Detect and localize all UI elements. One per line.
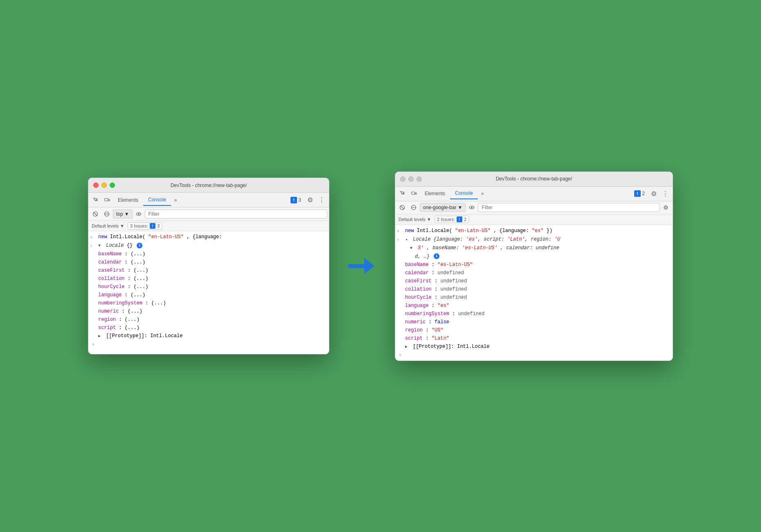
console-prompt-left[interactable]: › bbox=[88, 340, 329, 348]
tab-more-left[interactable]: » bbox=[171, 197, 180, 203]
prop-script-left: script : (...) bbox=[88, 324, 329, 332]
right-console-content: › new Intl.Locale( "en-Latn-US" , {langu… bbox=[395, 225, 673, 361]
clear-console-button-left[interactable] bbox=[90, 209, 101, 219]
svg-point-6 bbox=[138, 213, 140, 215]
prop-numberingsystem-left: numberingSystem : (...) bbox=[88, 299, 329, 307]
right-titlebar: DevTools - chrome://new-tab-page/ bbox=[395, 172, 673, 187]
left-window-title: DevTools - chrome://new-tab-page/ bbox=[171, 183, 247, 188]
eye-icon-left[interactable] bbox=[133, 209, 144, 219]
context-dropdown-right[interactable]: one-google-bar ▼ bbox=[420, 203, 466, 212]
filter-input-right[interactable] bbox=[478, 203, 660, 212]
prop-script-right: script : "Latn" bbox=[395, 334, 673, 343]
device-icon[interactable] bbox=[101, 194, 113, 206]
svg-point-14 bbox=[471, 207, 473, 208]
inspect-icon-right[interactable] bbox=[397, 188, 408, 199]
prohibit-button-left[interactable] bbox=[101, 209, 112, 219]
scene: DevTools - chrome://new-tab-page/ Elemen… bbox=[88, 171, 673, 361]
clear-console-button-right[interactable] bbox=[397, 202, 408, 213]
output-arrow-left: ‹ bbox=[90, 242, 98, 250]
issues-counter-left[interactable]: 3 Issues: 3 bbox=[128, 222, 162, 230]
issues-counter-right[interactable]: 2 Issues: 2 bbox=[435, 216, 469, 223]
input-arrow-left: › bbox=[90, 233, 98, 241]
inspect-icon[interactable] bbox=[90, 194, 101, 206]
svg-point-10 bbox=[637, 194, 638, 195]
prop-hourcycle-left: hourCycle : (...) bbox=[88, 283, 329, 291]
right-window-title: DevTools - chrome://new-tab-page/ bbox=[496, 176, 572, 182]
left-console-content: › new Intl.Locale( "en-Latn-US" , {langu… bbox=[88, 231, 329, 354]
tab-console-right[interactable]: Console bbox=[450, 188, 478, 199]
context-label-left: top bbox=[116, 211, 123, 217]
filter-settings-icon-right[interactable]: ⚙ bbox=[660, 202, 671, 213]
svg-rect-0 bbox=[105, 198, 108, 201]
prop-region-right: region : "US" bbox=[395, 326, 673, 334]
right-devtools-window: DevTools - chrome://new-tab-page/ Elemen… bbox=[395, 171, 673, 361]
locale-object-line-right-3: d, …} i bbox=[395, 252, 673, 261]
left-titlebar: DevTools - chrome://new-tab-page/ bbox=[88, 178, 329, 193]
console-input-line-right: › new Intl.Locale( "en-Latn-US" , {langu… bbox=[395, 227, 673, 235]
prop-casefirst-right: caseFirst : undefined bbox=[395, 277, 673, 285]
traffic-lights-left bbox=[93, 183, 115, 188]
badge-count-right: 2 bbox=[642, 191, 645, 196]
eye-icon-right[interactable] bbox=[466, 202, 477, 213]
prop-numeric-left: numeric : (...) bbox=[88, 307, 329, 316]
badge-count-left: 3 bbox=[298, 197, 301, 203]
dropdown-arrow-left: ▼ bbox=[124, 211, 129, 217]
filter-input-left[interactable] bbox=[145, 210, 327, 219]
locale-object-line-left: ‹ ▼ Locale {} i bbox=[88, 241, 329, 250]
prop-calendar-right: calendar : undefined bbox=[395, 269, 673, 277]
left-devtools-window: DevTools - chrome://new-tab-page/ Elemen… bbox=[88, 178, 329, 354]
svg-rect-1 bbox=[108, 199, 110, 201]
console-input-line-left: › new Intl.Locale( "en-Latn-US" , {langu… bbox=[88, 233, 329, 241]
prop-language-right: language : "es" bbox=[395, 302, 673, 310]
tab-elements-right[interactable]: Elements bbox=[420, 188, 450, 199]
proto-line-right: ▶ [[Prototype]]: Intl.Locale bbox=[395, 343, 673, 351]
close-button-right[interactable] bbox=[400, 176, 405, 182]
default-levels-right[interactable]: Default levels ▼ bbox=[399, 217, 431, 222]
prop-region-left: region : (...) bbox=[88, 316, 329, 324]
svg-point-2 bbox=[294, 201, 295, 202]
console-prompt-right[interactable]: › bbox=[395, 351, 673, 359]
proto-line-left: ▶ [[Prototype]]: Intl.Locale bbox=[88, 332, 329, 340]
more-options-icon-left[interactable]: ⋮ bbox=[316, 194, 327, 206]
svg-rect-8 bbox=[412, 192, 415, 194]
prop-numberingsystem-right: numberingSystem : undefined bbox=[395, 310, 673, 318]
more-options-icon-right[interactable]: ⋮ bbox=[660, 188, 671, 199]
prop-language-left: language : (...) bbox=[88, 291, 329, 299]
left-console-toolbar: top ▼ bbox=[88, 207, 329, 221]
input-arrow-right: › bbox=[397, 227, 405, 235]
prop-numeric-right: numeric : false bbox=[395, 318, 673, 326]
prop-hourcycle-right: hourCycle : undefined bbox=[395, 293, 673, 302]
default-levels-left[interactable]: Default levels ▼ bbox=[92, 223, 124, 228]
close-button-left[interactable] bbox=[93, 183, 99, 188]
tab-console-left[interactable]: Console bbox=[143, 194, 171, 206]
right-statusbar: Default levels ▼ 2 Issues: 2 bbox=[395, 214, 673, 225]
tab-more-right[interactable]: » bbox=[478, 191, 487, 196]
device-icon-right[interactable] bbox=[408, 188, 420, 199]
context-dropdown-left[interactable]: top ▼ bbox=[113, 210, 133, 219]
locale-object-line-right-2: ▼ S' , baseName: 'es-Latn-US' , calendar… bbox=[395, 244, 673, 252]
prop-basename-left: baseName : (...) bbox=[88, 250, 329, 258]
settings-icon-right[interactable]: ⚙ bbox=[648, 188, 660, 199]
svg-point-7 bbox=[152, 226, 153, 227]
issues-badge-left[interactable]: 3 bbox=[287, 195, 304, 205]
prop-calendar-left: calendar : (...) bbox=[88, 258, 329, 266]
maximize-button-right[interactable] bbox=[417, 176, 422, 182]
left-statusbar: Default levels ▼ 3 Issues: 3 bbox=[88, 221, 329, 231]
issues-badge-icon-right bbox=[457, 216, 462, 222]
maximize-button-left[interactable] bbox=[110, 183, 115, 188]
prop-casefirst-left: caseFirst : (...) bbox=[88, 266, 329, 275]
prohibit-button-right[interactable] bbox=[408, 202, 419, 213]
info-icon-right[interactable]: i bbox=[434, 253, 439, 259]
tab-elements-left[interactable]: Elements bbox=[113, 194, 143, 206]
minimize-button-left[interactable] bbox=[101, 183, 107, 188]
issues-badge-icon-left bbox=[150, 223, 155, 229]
svg-rect-9 bbox=[415, 193, 417, 194]
arrow-icon bbox=[346, 254, 378, 278]
prop-basename-right: baseName : "es-Latn-US" bbox=[395, 261, 673, 269]
info-icon-left[interactable]: i bbox=[137, 243, 142, 248]
dropdown-arrow-right: ▼ bbox=[457, 205, 462, 210]
settings-icon-left[interactable]: ⚙ bbox=[304, 194, 316, 206]
issues-badge-right[interactable]: 2 bbox=[631, 189, 648, 198]
right-tabs-bar: Elements Console » 2 ⚙ ⋮ bbox=[395, 187, 673, 201]
minimize-button-right[interactable] bbox=[408, 176, 414, 182]
